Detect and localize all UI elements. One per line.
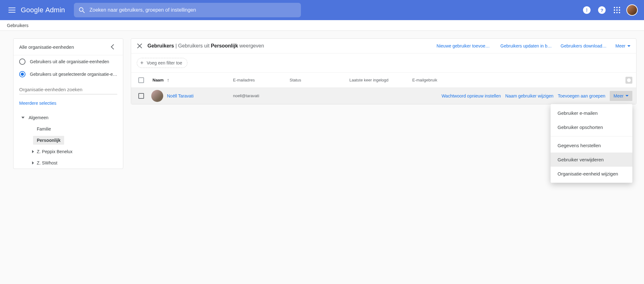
- search-icon: [78, 7, 85, 14]
- tree-item-label: Familie: [37, 126, 51, 131]
- app-header: Google Admin ?: [0, 0, 644, 20]
- radio-all-users[interactable]: Gebruikers uit alle organisatie-eenheden: [14, 55, 123, 68]
- subnav: Gebruikers: [0, 20, 644, 31]
- action-download[interactable]: Gebruikers download…: [561, 43, 607, 48]
- caret-down-icon: [627, 45, 630, 47]
- filter-chip-label: Voeg een filter toe: [147, 60, 182, 65]
- content-breadcrumb: Gebruikers | Gebruikers uit Persoonlijk …: [147, 43, 264, 49]
- menu-suspend-user[interactable]: Gebruiker opschorten: [551, 120, 632, 134]
- tree-node-familie[interactable]: Familie: [14, 123, 123, 135]
- caret-right-icon: [32, 161, 34, 164]
- tree-node-swhost[interactable]: Z. SWhost: [14, 157, 123, 169]
- filter-bar: + Voeg een filter toe: [131, 53, 636, 73]
- action-bulk-update[interactable]: Gebruikers updaten in b…: [500, 43, 552, 48]
- svg-point-0: [79, 8, 83, 11]
- col-status[interactable]: Status: [290, 78, 349, 82]
- caret-right-icon: [32, 150, 34, 153]
- user-more-menu: Gebruiker e-mailen Gebruiker opschorten …: [551, 104, 632, 183]
- menu-delete-user[interactable]: Gebruiker verwijderen: [551, 153, 632, 167]
- updates-icon: [583, 6, 591, 14]
- col-name[interactable]: Naam ↑: [151, 77, 233, 83]
- radio-selected-label: Gebruikers uit geselecteerde organisatie…: [30, 72, 117, 77]
- tree-node-persoonlijk[interactable]: Persoonlijk: [14, 135, 123, 146]
- collapse-sidebar-button[interactable]: [110, 43, 117, 51]
- bc-root: Gebruikers: [147, 43, 174, 48]
- content-header: Gebruikers | Gebruikers uit Persoonlijk …: [131, 39, 636, 53]
- bc-suffix: weergeven: [238, 43, 264, 48]
- tree-root-label: Algemeen: [29, 115, 48, 120]
- brand-google: Google: [21, 6, 43, 14]
- main-menu-button[interactable]: [4, 3, 19, 18]
- table-row[interactable]: Noëll Taravati noell@taravati Wachtwoord…: [131, 88, 636, 104]
- col-email[interactable]: E-mailadres: [233, 78, 290, 82]
- tree-toggle[interactable]: [19, 117, 27, 119]
- users-content-card: Gebruikers | Gebruikers uit Persoonlijk …: [131, 38, 636, 104]
- menu-change-org[interactable]: Organisatie-eenheid wijzigen: [551, 167, 632, 181]
- apps-icon: [614, 7, 620, 13]
- page: Alle organisatie-eenheden Gebruikers uit…: [0, 31, 644, 284]
- sidebar-title: Alle organisatie-eenheden: [19, 44, 74, 50]
- help-icon: ?: [598, 6, 606, 14]
- tree-toggle[interactable]: [29, 150, 37, 153]
- col-name-label: Naam: [153, 78, 164, 82]
- breadcrumb-root[interactable]: Gebruikers: [7, 23, 28, 28]
- hamburger-icon: [8, 10, 15, 11]
- user-email: noell@taravati: [233, 93, 290, 98]
- caret-down-icon: [625, 95, 629, 97]
- updates-button[interactable]: [580, 4, 593, 16]
- user-name-link[interactable]: Noëll Taravati: [167, 93, 194, 98]
- action-add-user[interactable]: Nieuwe gebruiker toevoeg…: [436, 43, 491, 48]
- chevron-left-icon: [111, 44, 116, 50]
- account-button[interactable]: [626, 4, 638, 16]
- help-button[interactable]: ?: [596, 4, 608, 16]
- tree-item-label: Z. SWhost: [37, 160, 57, 165]
- svg-point-3: [586, 11, 587, 12]
- action-more[interactable]: Meer: [615, 43, 630, 48]
- apps-button[interactable]: [611, 4, 623, 16]
- tree-item-label: Z. Peppix Benelux: [37, 149, 73, 154]
- brand-admin: Admin: [45, 6, 65, 14]
- radio-unchecked-icon: [19, 58, 25, 65]
- radio-all-label: Gebruikers uit alle organisatie-eenheden: [30, 59, 109, 64]
- menu-separator: [551, 136, 632, 136]
- avatar-icon: [626, 4, 638, 16]
- bc-sep: |: [174, 43, 178, 48]
- add-filter-chip[interactable]: + Voeg een filter toe: [137, 58, 187, 68]
- row-actions: Wachtwoord opnieuw instellen Naam gebrui…: [290, 91, 636, 101]
- row-checkbox[interactable]: [138, 93, 144, 99]
- bc-prefix: Gebruikers uit: [178, 43, 211, 48]
- sidebar-header: Alle organisatie-eenheden: [14, 39, 123, 55]
- menu-email-user[interactable]: Gebruiker e-mailen: [551, 106, 632, 120]
- select-all-checkbox[interactable]: [138, 77, 144, 83]
- org-search-input[interactable]: [19, 85, 117, 94]
- sort-asc-icon: ↑: [167, 77, 169, 83]
- brand[interactable]: Google Admin: [21, 6, 65, 14]
- search-bar[interactable]: [74, 3, 301, 17]
- search-input[interactable]: [90, 7, 297, 13]
- multi-select-link[interactable]: Meerdere selecties: [14, 97, 123, 112]
- tree-item-label: Persoonlijk: [33, 136, 64, 145]
- org-unit-sidebar: Alle organisatie-eenheden Gebruikers uit…: [13, 38, 123, 169]
- svg-line-1: [83, 11, 84, 13]
- menu-restore-data[interactable]: Gegevens herstellen: [551, 138, 632, 153]
- action-rename-user[interactable]: Naam gebruiker wijzigen: [505, 93, 553, 98]
- action-reset-password[interactable]: Wachtwoord opnieuw instellen: [441, 93, 501, 98]
- tree-node-root[interactable]: Algemeen: [14, 112, 123, 123]
- plus-icon: +: [140, 60, 144, 66]
- row-more-button[interactable]: Meer: [610, 91, 632, 101]
- header-actions: Nieuwe gebruiker toevoeg… Gebruikers upd…: [436, 43, 630, 48]
- table-header: Naam ↑ E-mailadres Status Laatste keer i…: [131, 73, 636, 88]
- column-settings-button[interactable]: [625, 77, 632, 84]
- tree-node-peppix[interactable]: Z. Peppix Benelux: [14, 146, 123, 157]
- clear-filter-button[interactable]: [137, 43, 142, 49]
- bc-target: Persoonlijk: [211, 43, 238, 48]
- row-more-label: Meer: [613, 93, 624, 98]
- tree-toggle[interactable]: [29, 161, 37, 164]
- svg-point-2: [586, 8, 587, 9]
- radio-selected-orgs[interactable]: Gebruikers uit geselecteerde organisatie…: [14, 68, 123, 81]
- col-email-usage[interactable]: E-mailgebruik: [412, 78, 620, 82]
- user-avatar: [151, 90, 163, 102]
- radio-checked-icon: [19, 71, 25, 77]
- action-add-to-groups[interactable]: Toevoegen aan groepen: [558, 93, 605, 98]
- col-last-login[interactable]: Laatste keer ingelogd: [349, 78, 412, 82]
